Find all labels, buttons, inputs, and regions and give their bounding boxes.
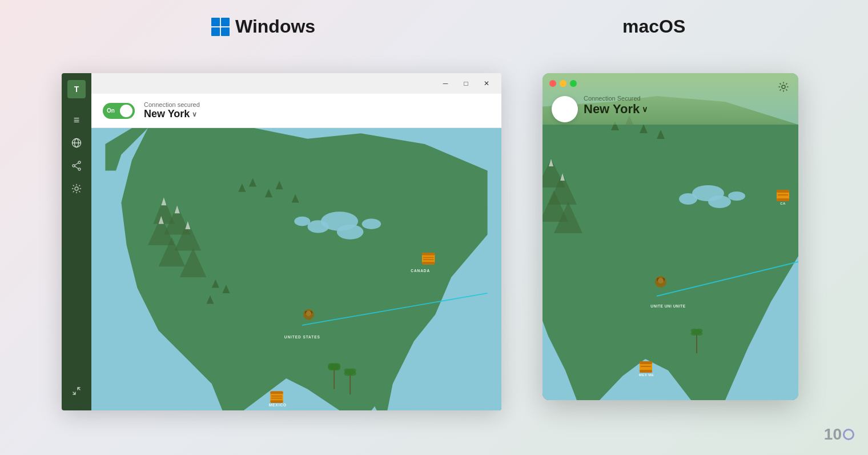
mac-gear-icon[interactable]: [778, 81, 789, 95]
svg-point-68: [728, 191, 745, 201]
win-vpn-header: On Connection secured New York ∨: [91, 94, 501, 128]
mac-connection-status: Connection Secured: [584, 95, 648, 102]
macos-app-window: UNITE UNI UNITE CA MEX ME: [542, 73, 798, 400]
win-maximize-btn[interactable]: □: [456, 75, 476, 91]
sidebar-logo: T: [67, 80, 86, 98]
win-map: CANADA MEXICO UNITED STATES: [91, 128, 501, 410]
svg-rect-45: [422, 253, 435, 256]
svg-rect-80: [640, 370, 652, 373]
sidebar-item-menu[interactable]: ≡: [66, 110, 87, 130]
win-location-chevron: ∨: [192, 110, 197, 118]
windows-platform-label: Windows: [211, 16, 315, 37]
svg-rect-77: [778, 194, 788, 195]
svg-point-67: [708, 195, 731, 208]
mac-canada-label: CA: [780, 202, 786, 205]
svg-rect-52: [271, 396, 282, 397]
macos-title: macOS: [622, 16, 685, 37]
mac-max-dot[interactable]: [570, 80, 577, 87]
svg-point-35: [328, 364, 340, 370]
svg-point-5: [73, 165, 75, 167]
mac-close-dot[interactable]: [549, 80, 556, 87]
svg-rect-53: [271, 398, 282, 399]
windows-title: Windows: [235, 16, 315, 37]
svg-point-13: [294, 217, 310, 226]
mac-min-dot[interactable]: [560, 80, 566, 87]
sidebar-item-minimize[interactable]: [66, 381, 87, 401]
svg-line-7: [75, 166, 78, 169]
win-minimize-btn[interactable]: ─: [435, 75, 456, 91]
svg-point-43: [306, 311, 311, 316]
mac-location-chevron: ∨: [642, 105, 648, 114]
mac-vpn-toggle[interactable]: [552, 96, 578, 122]
win-connection-status: Connection secured: [144, 101, 200, 108]
mac-header: Connection Secured New York ∨: [542, 73, 798, 125]
win-close-btn[interactable]: ✕: [476, 75, 497, 91]
mac-mexico-label: MEX ME: [639, 373, 654, 377]
svg-rect-75: [777, 190, 789, 193]
windows-logo-icon: [211, 18, 230, 36]
win-toggle-knob: [120, 105, 132, 117]
win-connection-location[interactable]: New York ∨: [144, 108, 200, 120]
svg-rect-79: [640, 361, 652, 364]
svg-rect-48: [423, 259, 434, 260]
sidebar-item-globe[interactable]: [66, 133, 87, 153]
watermark: 10: [824, 425, 854, 444]
win-sidebar: T ≡: [62, 73, 91, 410]
svg-rect-76: [777, 198, 789, 201]
mac-traffic-lights: [549, 80, 577, 87]
svg-point-4: [78, 168, 81, 170]
win-main-area: ─ □ ✕ On Connection secured New York ∨: [91, 73, 501, 410]
svg-point-3: [78, 161, 81, 163]
mac-us-label: UNITE UNI UNITE: [650, 304, 685, 308]
mac-connection-location[interactable]: New York ∨: [584, 102, 648, 117]
svg-point-66: [679, 193, 697, 205]
win-vpn-toggle[interactable]: On: [103, 103, 135, 119]
win-connection-info: Connection secured New York ∨: [144, 101, 200, 120]
mac-connection-info: Connection Secured New York ∨: [584, 95, 648, 117]
svg-point-85: [782, 85, 785, 89]
svg-point-8: [75, 187, 78, 190]
svg-point-12: [362, 218, 381, 229]
svg-point-73: [658, 278, 664, 284]
sidebar-item-share[interactable]: [66, 155, 87, 176]
win-map-svg: CANADA MEXICO UNITED STATES: [91, 128, 501, 410]
svg-rect-50: [270, 391, 283, 394]
win-titlebar: ─ □ ✕: [91, 73, 501, 94]
svg-line-6: [75, 163, 78, 165]
windows-app-window: T ≡: [62, 73, 501, 410]
svg-point-10: [308, 220, 329, 233]
win-us-label: UNITED STATES: [284, 335, 320, 339]
svg-rect-46: [422, 262, 435, 265]
win-canada-label: CANADA: [411, 269, 430, 273]
sidebar-item-settings[interactable]: [66, 178, 87, 199]
macos-platform-label: macOS: [622, 16, 685, 37]
svg-rect-81: [641, 366, 651, 367]
svg-rect-47: [423, 257, 434, 258]
win-mexico-label: MEXICO: [269, 403, 287, 407]
svg-point-11: [337, 225, 364, 240]
watermark-circle-icon: [843, 429, 854, 440]
